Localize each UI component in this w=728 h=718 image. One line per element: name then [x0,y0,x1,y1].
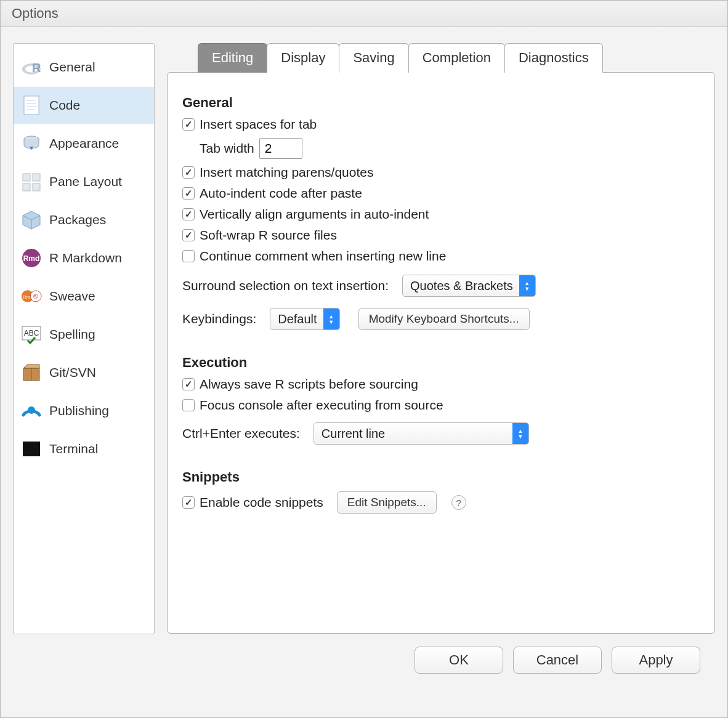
label-tab-width: Tab width [200,141,254,156]
r-logo-icon: R [21,57,42,78]
paint-bucket-icon [21,133,42,154]
sidebar-item-label: Spelling [49,327,95,342]
svg-rect-10 [33,174,40,181]
section-heading-snippets: Snippets [182,469,700,485]
sidebar-item-label: Sweave [49,289,95,304]
sidebar-item-sweave[interactable]: Rnw⎋ Sweave [14,278,154,315]
tab-editing[interactable]: Editing [198,43,267,73]
sidebar-item-spelling[interactable]: ABC Spelling [14,316,154,353]
sidebar-item-label: Git/SVN [49,365,96,380]
svg-text:R: R [32,61,41,75]
tab-diagnostics[interactable]: Diagnostics [504,43,603,73]
sidebar-item-label: Pane Layout [49,174,122,189]
label-continue-comment: Continue comment when inserting new line [200,249,446,264]
window-title: Options [1,1,727,27]
select-surround-value: Quotes & Brackets [410,279,519,293]
select-keybindings-value: Default [278,312,323,326]
terminal-icon [21,438,42,459]
label-enable-snippets: Enable code snippets [200,495,323,510]
sweave-icon: Rnw⎋ [21,286,42,307]
select-ctrl-enter-value: Current line [322,427,512,441]
checkbox-matching-parens[interactable] [182,166,195,179]
chevron-updown-icon: ▲▼ [519,275,535,296]
sidebar-item-general[interactable]: R General [14,49,154,86]
svg-text:⎋: ⎋ [33,292,38,301]
checkbox-auto-indent-paste[interactable] [182,187,195,200]
input-tab-width[interactable] [259,138,302,159]
svg-marker-24 [23,365,39,368]
grid-panes-icon [21,171,42,192]
svg-rect-9 [23,174,30,181]
ok-button[interactable]: OK [415,647,503,674]
section-heading-general: General [182,95,700,111]
sidebar-item-label: Terminal [49,442,98,456]
select-keybindings[interactable]: Default ▲▼ [270,308,339,330]
label-always-save: Always save R scripts before sourcing [200,377,418,392]
sidebar-item-label: Appearance [49,136,119,151]
label-matching-parens: Insert matching parens/quotes [200,165,374,180]
sidebar-item-label: Packages [49,212,106,227]
sidebar-item-appearance[interactable]: Appearance [14,125,154,162]
checkbox-soft-wrap[interactable] [182,229,195,241]
checkbox-always-save[interactable] [182,378,195,390]
sidebar-item-label: Publishing [49,403,109,418]
section-heading-execution: Execution [182,355,700,371]
sidebar: R General Code Appearance Pane [13,43,155,634]
edit-snippets-button[interactable]: Edit Snippets... [337,491,437,514]
svg-rect-3 [24,96,39,115]
label-insert-spaces: Insert spaces for tab [200,117,317,132]
label-ctrl-enter: Ctrl+Enter executes: [182,426,300,441]
tab-strip: Editing Display Saving Completion Diagno… [198,43,602,73]
package-box-icon [21,209,42,230]
svg-rect-27 [23,442,40,456]
checkbox-focus-console[interactable] [182,399,195,411]
publish-icon [21,400,42,421]
checkbox-vert-align[interactable] [182,208,195,220]
sidebar-item-code[interactable]: Code [14,87,154,124]
apply-button[interactable]: Apply [612,647,700,674]
label-keybindings: Keybindings: [182,312,256,326]
label-focus-console: Focus console after executing from sourc… [200,398,443,413]
select-surround[interactable]: Quotes & Brackets ▲▼ [402,275,536,297]
sidebar-item-pane-layout[interactable]: Pane Layout [14,163,154,200]
sidebar-item-terminal[interactable]: Terminal [14,430,154,467]
label-auto-indent-paste: Auto-indent code after paste [200,186,362,201]
checkbox-enable-snippets[interactable] [182,496,195,509]
sidebar-item-git-svn[interactable]: Git/SVN [14,354,154,391]
dialog-footer: OK Cancel Apply [167,634,715,688]
svg-text:ABC: ABC [24,329,39,337]
cancel-button[interactable]: Cancel [513,647,602,674]
checkbox-continue-comment[interactable] [182,250,195,262]
chevron-updown-icon: ▲▼ [323,309,339,329]
sidebar-item-label: General [49,60,95,75]
sidebar-item-publishing[interactable]: Publishing [14,392,154,429]
tab-completion[interactable]: Completion [408,43,505,73]
label-soft-wrap: Soft-wrap R source files [200,228,337,243]
svg-rect-11 [23,184,30,191]
sidebar-item-packages[interactable]: Packages [14,201,154,238]
document-icon [21,95,42,116]
settings-panel: General Insert spaces for tab Tab width … [167,72,715,634]
modify-shortcuts-button[interactable]: Modify Keyboard Shortcuts... [358,308,530,330]
spellcheck-icon: ABC [21,324,42,345]
select-ctrl-enter[interactable]: Current line ▲▼ [313,422,529,445]
tab-display[interactable]: Display [267,43,339,73]
tab-saving[interactable]: Saving [339,43,408,73]
sidebar-item-label: R Markdown [49,251,122,265]
label-surround: Surround selection on text insertion: [182,278,389,293]
svg-rect-12 [33,184,40,191]
chevron-updown-icon: ▲▼ [512,423,528,444]
help-icon[interactable]: ? [451,495,466,510]
sidebar-item-rmarkdown[interactable]: Rmd R Markdown [14,240,154,276]
label-vert-align: Vertically align arguments in auto-inden… [200,207,429,222]
sidebar-item-label: Code [49,98,80,113]
checkbox-insert-spaces[interactable] [182,118,195,131]
rmd-icon: Rmd [21,248,42,268]
svg-text:Rmd: Rmd [23,254,40,263]
cardboard-box-icon [21,362,42,383]
